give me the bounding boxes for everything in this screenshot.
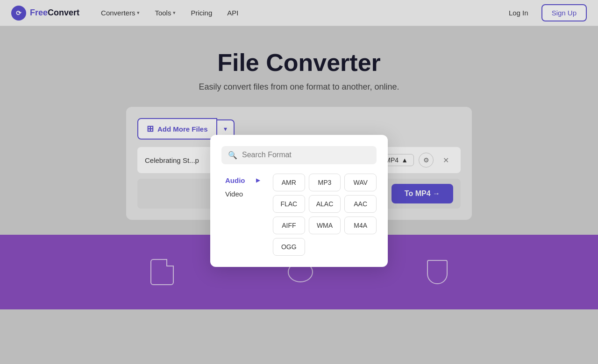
category-list: Audio ▶ Video xyxy=(221,174,263,256)
category-video[interactable]: Video xyxy=(221,187,263,201)
format-aac[interactable]: AAC xyxy=(344,195,377,213)
search-icon: 🔍 xyxy=(228,151,237,160)
search-input[interactable] xyxy=(242,151,370,159)
format-aiff[interactable]: AIFF xyxy=(273,217,305,234)
format-alac[interactable]: ALAC xyxy=(309,195,341,213)
modal-overlay: 🔍 Audio ▶ Video AMR MP3 WAV FLAC A xyxy=(0,0,598,364)
format-search-modal: 🔍 Audio ▶ Video AMR MP3 WAV FLAC A xyxy=(210,135,388,267)
category-audio[interactable]: Audio ▶ xyxy=(221,174,263,187)
format-wav[interactable]: WAV xyxy=(344,174,377,191)
format-m4a[interactable]: M4A xyxy=(344,217,377,234)
chevron-right-icon: ▶ xyxy=(256,177,260,183)
format-grid: AMR MP3 WAV FLAC ALAC AAC AIFF WMA M4A O… xyxy=(273,174,377,256)
format-mp3[interactable]: MP3 xyxy=(309,174,341,191)
format-amr[interactable]: AMR xyxy=(273,174,305,191)
format-flac[interactable]: FLAC xyxy=(273,195,305,213)
format-ogg[interactable]: OGG xyxy=(273,238,305,256)
format-wma[interactable]: WMA xyxy=(309,217,341,234)
search-box: 🔍 xyxy=(221,146,377,164)
modal-body: Audio ▶ Video AMR MP3 WAV FLAC ALAC AAC … xyxy=(221,174,377,256)
